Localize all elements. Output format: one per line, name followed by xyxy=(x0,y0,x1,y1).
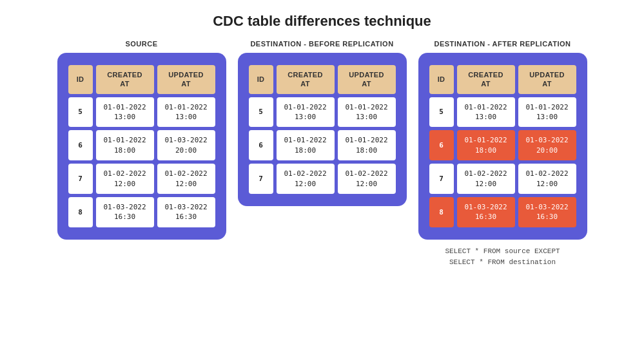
cell-source-row1-created: 01-01-202218:00 xyxy=(96,130,154,160)
cell-destination-before-row0-id: 5 xyxy=(249,97,273,128)
cell-source-row1-id: 6 xyxy=(68,130,93,160)
cell-destination-after-row3-id: 8 xyxy=(429,197,454,227)
cell-destination-before-row1-id: 6 xyxy=(249,130,273,160)
cell-source-row0-updated: 01-01-202213:00 xyxy=(157,97,215,128)
cell-source-row2-created: 01-02-202212:00 xyxy=(96,164,154,194)
section-label-destination-after: DESTINATION - AFTER REPLICATION xyxy=(434,40,571,48)
cell-destination-after-row1-updated: 01-03-202220:00 xyxy=(518,130,576,160)
table-row: 501-01-202213:0001-01-202213:00 xyxy=(249,97,396,128)
table-row: 801-03-202216:3001-03-202216:30 xyxy=(429,197,576,227)
cell-destination-before-row1-updated: 01-01-202218:00 xyxy=(338,130,396,160)
cell-source-row3-updated: 01-03-202216:30 xyxy=(157,197,215,227)
header-source-col-1: CREATED AT xyxy=(96,65,154,94)
header-destination-after-col-2: UPDATED AT xyxy=(518,65,576,94)
cell-destination-before-row0-created: 01-01-202213:00 xyxy=(277,97,335,128)
cell-destination-before-row2-updated: 01-02-202212:00 xyxy=(338,164,396,194)
section-destination-after: DESTINATION - AFTER REPLICATIONIDCREATED… xyxy=(418,40,587,269)
table-container-destination-after: IDCREATED ATUPDATED AT501-01-202213:0001… xyxy=(418,53,587,240)
table-row: 701-02-202212:0001-02-202212:00 xyxy=(249,164,396,194)
cell-source-row0-id: 5 xyxy=(68,97,93,128)
header-destination-before-col-1: CREATED AT xyxy=(277,65,335,94)
section-label-destination-before: DESTINATION - BEFORE REPLICATION xyxy=(250,40,393,48)
table-row: 801-03-202216:3001-03-202216:30 xyxy=(68,197,215,227)
cell-destination-after-row1-created: 01-01-202218:00 xyxy=(457,130,515,160)
cell-destination-after-row0-id: 5 xyxy=(429,97,454,128)
table-row: 501-01-202213:0001-01-202213:00 xyxy=(429,97,576,128)
header-destination-before-col-2: UPDATED AT xyxy=(338,65,396,94)
section-label-source: SOURCE xyxy=(125,40,157,48)
cell-destination-after-row2-updated: 01-02-202212:00 xyxy=(518,164,576,194)
cell-destination-after-row2-created: 01-02-202212:00 xyxy=(457,164,515,194)
cell-source-row0-created: 01-01-202213:00 xyxy=(96,97,154,128)
cell-destination-before-row1-created: 01-01-202218:00 xyxy=(277,130,335,160)
cell-destination-after-row0-updated: 01-01-202213:00 xyxy=(518,97,576,128)
data-table-destination-before: IDCREATED ATUPDATED AT501-01-202213:0001… xyxy=(246,62,399,197)
cell-destination-after-row3-updated: 01-03-202216:30 xyxy=(518,197,576,227)
header-destination-before-col-0: ID xyxy=(249,65,273,94)
header-destination-after-col-0: ID xyxy=(429,65,454,94)
cell-destination-before-row2-id: 7 xyxy=(249,164,273,194)
header-source-col-2: UPDATED AT xyxy=(157,65,215,94)
cell-destination-after-row3-created: 01-03-202216:30 xyxy=(457,197,515,227)
cell-destination-before-row2-created: 01-02-202212:00 xyxy=(277,164,335,194)
table-row: 601-01-202218:0001-01-202218:00 xyxy=(249,130,396,160)
data-table-destination-after: IDCREATED ATUPDATED AT501-01-202213:0001… xyxy=(426,62,580,231)
table-row: 501-01-202213:0001-01-202213:00 xyxy=(68,97,215,128)
table-container-source: IDCREATED ATUPDATED AT501-01-202213:0001… xyxy=(57,53,226,240)
cell-source-row3-id: 8 xyxy=(68,197,93,227)
section-destination-before: DESTINATION - BEFORE REPLICATIONIDCREATE… xyxy=(238,40,407,206)
cell-source-row2-updated: 01-02-202212:00 xyxy=(157,164,215,194)
cell-destination-before-row0-updated: 01-01-202213:00 xyxy=(338,97,396,128)
sql-note: SELECT * FROM source EXCEPTSELECT * FROM… xyxy=(445,246,560,269)
cell-source-row3-created: 01-03-202216:30 xyxy=(96,197,154,227)
page-title: CDC table differences technique xyxy=(213,13,431,30)
cell-source-row2-id: 7 xyxy=(68,164,93,194)
table-row: 701-02-202212:0001-02-202212:00 xyxy=(429,164,576,194)
table-row: 601-01-202218:0001-03-202220:00 xyxy=(68,130,215,160)
table-row: 601-01-202218:0001-03-202220:00 xyxy=(429,130,576,160)
cell-destination-after-row0-created: 01-01-202213:00 xyxy=(457,97,515,128)
data-table-source: IDCREATED ATUPDATED AT501-01-202213:0001… xyxy=(65,62,219,231)
table-row: 701-02-202212:0001-02-202212:00 xyxy=(68,164,215,194)
cell-destination-after-row1-id: 6 xyxy=(429,130,454,160)
section-source: SOURCEIDCREATED ATUPDATED AT501-01-20221… xyxy=(57,40,226,240)
cell-source-row1-updated: 01-03-202220:00 xyxy=(157,130,215,160)
header-destination-after-col-1: CREATED AT xyxy=(457,65,515,94)
tables-row: SOURCEIDCREATED ATUPDATED AT501-01-20221… xyxy=(57,40,587,269)
header-source-col-0: ID xyxy=(68,65,93,94)
cell-destination-after-row2-id: 7 xyxy=(429,164,454,194)
table-container-destination-before: IDCREATED ATUPDATED AT501-01-202213:0001… xyxy=(238,53,407,206)
